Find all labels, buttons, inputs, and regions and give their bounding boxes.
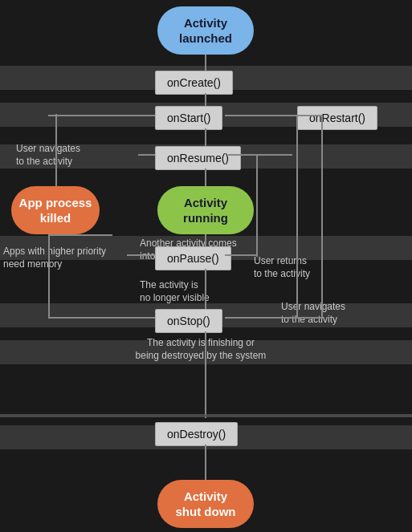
hline-killed-right	[48, 234, 112, 236]
onrestart-box: onRestart()	[297, 106, 377, 130]
onstart-box: onStart()	[155, 106, 222, 130]
onstop-box: onStop()	[155, 309, 222, 333]
stripe-8	[0, 414, 412, 417]
vline-onstop-to-killed	[48, 234, 50, 319]
app-process-killed-label: App processkilled	[19, 195, 92, 226]
user-navigates-to2-label: User navigatesto the activity	[281, 301, 398, 326]
hline-onstop-to-onrestart	[225, 317, 297, 319]
line-onstart-to-onresume	[205, 128, 206, 146]
hline-priority-onpause	[127, 254, 156, 256]
ondestroy-box: onDestroy()	[155, 422, 238, 446]
activity-launched-label: Activitylaunched	[179, 15, 232, 47]
hline-restart-to-onstart	[48, 115, 155, 116]
vline-onstop-to-onrestart	[296, 115, 298, 318]
activity-launched-node: Activitylaunched	[157, 6, 254, 55]
line-onstop-to-ondestroy	[205, 331, 206, 418]
app-process-killed-node: App processkilled	[11, 186, 100, 234]
vline-nav2-loop	[321, 115, 323, 319]
activity-running-node: Activityrunning	[157, 186, 254, 234]
activity-shutdown-node: Activityshut down	[157, 480, 254, 528]
apps-higher-priority-label: Apps with higher priorityneed memory	[3, 246, 128, 270]
hline-onstop-left	[48, 317, 155, 319]
no-longer-visible-label: The activity isno longer visible	[140, 279, 256, 304]
user-navigates-to-label: User navigatesto the activity	[16, 143, 137, 168]
line-launch-to-oncreate	[205, 55, 206, 72]
vline-killed-loop	[55, 114, 57, 186]
hline-onrestart-connect	[228, 115, 298, 116]
vline-returns-loop	[256, 154, 258, 257]
user-returns-label: User returnsto the activity	[254, 255, 366, 280]
line-onresume-to-running	[205, 169, 206, 186]
onresume-box: onResume()	[155, 146, 241, 170]
onpause-box: onPause()	[155, 246, 231, 270]
activity-running-label: Activityrunning	[183, 195, 228, 226]
line-ondestroy-to-shutdown	[205, 445, 206, 480]
oncreate-box: onCreate()	[155, 71, 233, 95]
finishing-destroyed-label: The activity is finishing orbeing destro…	[104, 337, 297, 362]
hline-returns-to-onresume	[228, 154, 257, 156]
lifecycle-diagram: Activitylaunched onCreate() onStart() on…	[0, 0, 412, 16]
hline-onpause-returns	[225, 254, 257, 256]
activity-shutdown-label: Activityshut down	[176, 489, 236, 520]
